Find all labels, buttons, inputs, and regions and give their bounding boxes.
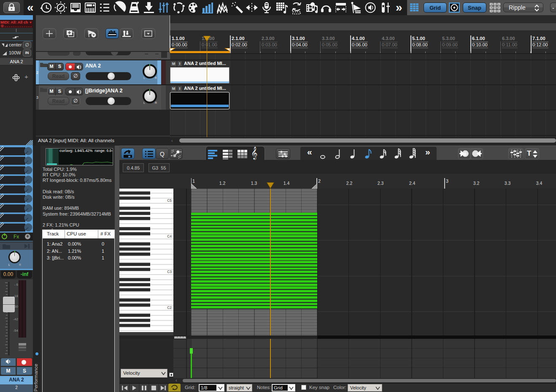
- svg-text:C5: C5: [167, 198, 172, 203]
- svg-text:- 6: - 6: [14, 283, 19, 287]
- svg-text:C4: C4: [167, 234, 172, 238]
- svg-text:C2: C2: [167, 305, 172, 310]
- svg-text:-54: -54: [13, 329, 18, 333]
- svg-text:C3: C3: [167, 270, 172, 274]
- svg-text:-42: -42: [13, 317, 18, 321]
- svg-text:«: «: [27, 1, 34, 14]
- svg-text:»: »: [396, 1, 402, 14]
